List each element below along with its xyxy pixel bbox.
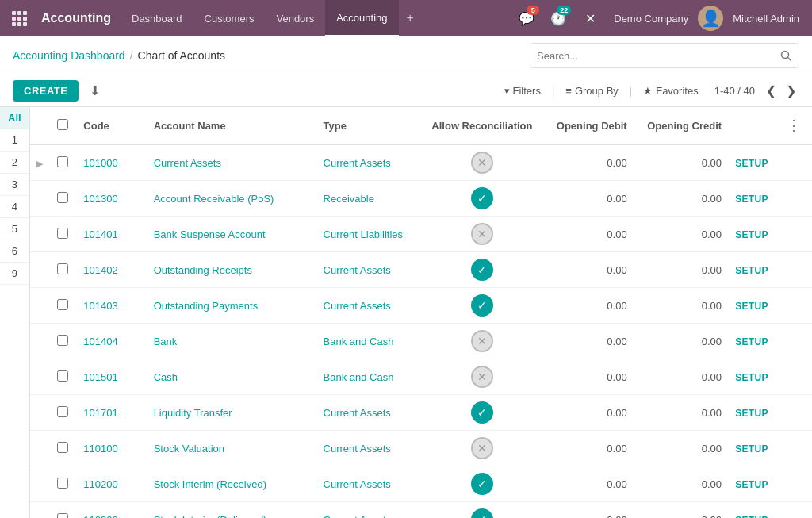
group-9[interactable]: 9: [0, 263, 29, 285]
type-cell: Current Liabilities: [317, 217, 426, 252]
activity-button[interactable]: 🕐 22: [544, 4, 573, 33]
code-cell: 110300: [77, 502, 147, 519]
row-checkbox[interactable]: [57, 513, 68, 519]
breadcrumb-current: Chart of Accounts: [138, 49, 226, 62]
account-code[interactable]: 101404: [83, 336, 117, 347]
account-code[interactable]: 101000: [83, 157, 117, 169]
account-name[interactable]: Stock Valuation: [154, 443, 224, 455]
account-code[interactable]: 110300: [83, 514, 117, 519]
search-button[interactable]: [773, 43, 799, 68]
reconcile-toggle-on[interactable]: ✓: [471, 473, 493, 495]
setup-button[interactable]: SETUP: [735, 408, 768, 419]
row-checkbox[interactable]: [57, 335, 68, 346]
nav-accounting[interactable]: Accounting: [325, 0, 398, 36]
account-code[interactable]: 101401: [83, 228, 117, 240]
account-code[interactable]: 110200: [83, 478, 117, 490]
account-name[interactable]: Stock Interim (Delivered): [154, 514, 267, 519]
reconcile-toggle-off[interactable]: ✕: [471, 366, 493, 388]
svg-line-1: [788, 58, 791, 61]
account-name[interactable]: Account Receivable (PoS): [154, 193, 274, 205]
account-code[interactable]: 101701: [83, 407, 117, 419]
account-name[interactable]: Bank: [154, 336, 178, 347]
row-checkbox[interactable]: [57, 478, 68, 489]
reconcile-toggle-on[interactable]: ✓: [471, 187, 493, 209]
row-checkbox[interactable]: [57, 228, 68, 239]
nav-vendors[interactable]: Vendors: [265, 0, 325, 36]
star-icon: ★: [643, 85, 653, 97]
setup-button[interactable]: SETUP: [735, 443, 768, 455]
group-3[interactable]: 3: [0, 174, 29, 196]
row-checkbox[interactable]: [57, 406, 68, 417]
expand-button[interactable]: ▶: [36, 159, 43, 169]
account-name[interactable]: Cash: [154, 371, 178, 383]
groupby-button[interactable]: ≡ Group By: [557, 82, 626, 100]
group-1[interactable]: 1: [0, 129, 29, 152]
filter-arrow-icon: ▾: [504, 85, 510, 97]
account-name[interactable]: Stock Interim (Received): [154, 478, 266, 490]
account-code[interactable]: 101300: [83, 193, 117, 205]
reconcile-toggle-off[interactable]: ✕: [471, 330, 493, 352]
group-6[interactable]: 6: [0, 240, 29, 263]
user-avatar[interactable]: 👤: [698, 6, 723, 31]
setup-button[interactable]: SETUP: [735, 479, 768, 490]
row-checkbox[interactable]: [57, 263, 68, 274]
nav-dashboard[interactable]: Dashboard: [121, 0, 193, 36]
setup-button[interactable]: SETUP: [735, 372, 768, 383]
check-cell: [49, 252, 78, 288]
filters-button[interactable]: ▾ Filters: [496, 82, 549, 100]
setup-button[interactable]: SETUP: [735, 158, 768, 169]
reconcile-toggle-off[interactable]: ✕: [471, 223, 493, 245]
user-name[interactable]: Mitchell Admin: [726, 13, 806, 25]
nav-customers[interactable]: Customers: [193, 0, 266, 36]
row-checkbox[interactable]: [57, 156, 68, 167]
prev-page-button[interactable]: ❮: [763, 80, 779, 102]
setup-button[interactable]: SETUP: [735, 194, 768, 205]
opening-debit: 0.00: [607, 514, 626, 519]
reconcile-toggle-on[interactable]: ✓: [471, 508, 493, 518]
name-cell: Account Receivable (PoS): [147, 181, 317, 217]
setup-button[interactable]: SETUP: [735, 229, 768, 240]
row-checkbox[interactable]: [57, 370, 68, 382]
next-page-button[interactable]: ❯: [783, 80, 799, 102]
search-input[interactable]: [530, 50, 773, 62]
reconcile-toggle-on[interactable]: ✓: [471, 259, 493, 281]
group-all[interactable]: All: [0, 107, 29, 129]
account-name[interactable]: Outstanding Receipts: [154, 264, 252, 276]
reconcile-toggle-off[interactable]: ✕: [471, 437, 493, 459]
setup-button[interactable]: SETUP: [735, 336, 768, 347]
account-code[interactable]: 110100: [83, 443, 117, 455]
setup-button[interactable]: SETUP: [735, 301, 768, 312]
reconcile-toggle-off[interactable]: ✕: [471, 152, 493, 174]
company-name[interactable]: Demo Company: [607, 13, 695, 25]
create-button[interactable]: CREATE: [13, 80, 79, 102]
group-2[interactable]: 2: [0, 152, 29, 174]
select-all-checkbox[interactable]: [57, 119, 68, 130]
account-code[interactable]: 101501: [83, 371, 117, 383]
row-menu-cell: [776, 502, 812, 519]
download-button[interactable]: ⬇: [85, 80, 105, 102]
row-checkbox[interactable]: [57, 299, 68, 310]
setup-button[interactable]: SETUP: [735, 515, 768, 519]
expand-cell: [30, 466, 49, 502]
messaging-button[interactable]: 💬 5: [512, 4, 541, 33]
group-5[interactable]: 5: [0, 218, 29, 240]
add-menu-button[interactable]: +: [399, 0, 422, 36]
code-cell: 110100: [77, 431, 147, 466]
account-code[interactable]: 101402: [83, 264, 117, 276]
row-checkbox[interactable]: [57, 442, 68, 453]
row-checkbox[interactable]: [57, 192, 68, 203]
reconcile-toggle-on[interactable]: ✓: [471, 401, 493, 424]
account-name[interactable]: Bank Suspense Account: [154, 228, 266, 240]
setup-button[interactable]: SETUP: [735, 265, 768, 276]
group-4[interactable]: 4: [0, 196, 29, 218]
close-button[interactable]: ✕: [576, 4, 604, 33]
account-name[interactable]: Current Assets: [154, 157, 221, 169]
favorites-button[interactable]: ★ Favorites: [635, 82, 706, 100]
reconcile-toggle-on[interactable]: ✓: [471, 294, 493, 317]
apps-menu-button[interactable]: [6, 6, 32, 31]
account-name[interactable]: Liquidity Transfer: [154, 407, 232, 419]
account-code[interactable]: 101403: [83, 300, 117, 312]
column-menu-button[interactable]: ⋮: [782, 115, 806, 136]
breadcrumb-parent[interactable]: Accounting Dashboard: [13, 49, 125, 62]
account-name[interactable]: Outstanding Payments: [154, 300, 259, 312]
